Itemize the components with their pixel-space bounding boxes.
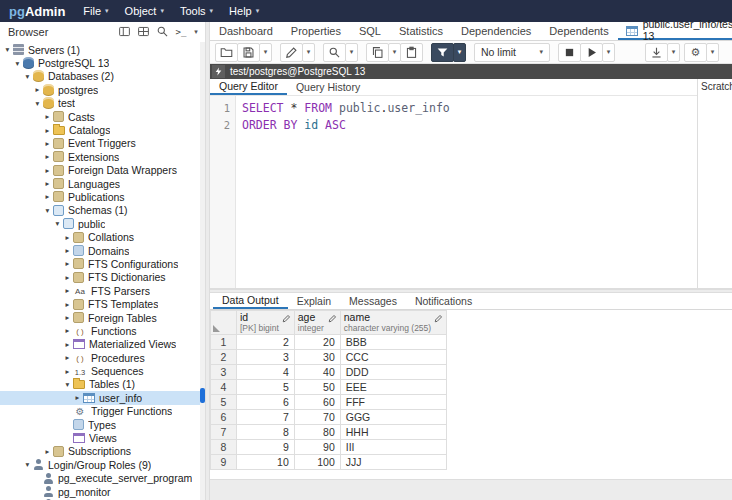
download-options-caret[interactable]: ▾: [667, 43, 680, 62]
find-button[interactable]: [323, 43, 346, 62]
tree-item-foreign-data-wrappers[interactable]: ▸Foreign Data Wrappers: [0, 164, 205, 177]
filter-button[interactable]: [431, 43, 454, 62]
tree-item-casts[interactable]: ▸Casts: [0, 110, 205, 123]
cancel-query-button[interactable]: [558, 43, 581, 62]
paste-button[interactable]: [400, 43, 423, 62]
row-number[interactable]: 3: [211, 365, 237, 380]
tree-item-user-info[interactable]: ▸user_info: [0, 391, 205, 404]
row-limit-select[interactable]: No limit ▾: [474, 43, 550, 62]
tree-item-materialized-views[interactable]: ▸Materialized Views: [0, 338, 205, 351]
cell[interactable]: 5: [237, 380, 295, 395]
expand-arrow-icon[interactable]: ▸: [62, 313, 73, 322]
macros-options-caret[interactable]: ▾: [706, 43, 719, 62]
collapse-arrow-icon[interactable]: ▾: [12, 59, 23, 68]
cell[interactable]: 6: [237, 395, 295, 410]
row-number[interactable]: 9: [211, 455, 237, 470]
macros-button[interactable]: ⚙: [684, 43, 707, 62]
tree-item-event-triggers[interactable]: ▸Event Triggers: [0, 137, 205, 150]
tree-item-views[interactable]: Views: [0, 431, 205, 444]
expand-arrow-icon[interactable]: ▸: [62, 246, 73, 255]
collapse-arrow-icon[interactable]: ▾: [22, 72, 33, 81]
tree-item-schemas-1[interactable]: ▾Schemas (1): [0, 204, 205, 217]
cell[interactable]: 60: [294, 395, 340, 410]
cell[interactable]: 3: [237, 350, 295, 365]
tab-dependencies[interactable]: Dependencies: [452, 22, 540, 40]
tab-sql[interactable]: SQL: [350, 22, 390, 40]
tree-item-foreign-tables[interactable]: ▸Foreign Tables: [0, 311, 205, 324]
column-header-name[interactable]: namecharacter varying (255): [340, 311, 446, 335]
row-number[interactable]: 7: [211, 425, 237, 440]
cell[interactable]: 40: [294, 365, 340, 380]
tab-query-history[interactable]: Query History: [287, 79, 369, 95]
download-button[interactable]: [645, 43, 668, 62]
select-all-corner[interactable]: [211, 311, 237, 335]
collapse-arrow-icon[interactable]: ▾: [62, 380, 73, 389]
expand-arrow-icon[interactable]: ▸: [42, 152, 53, 161]
expand-arrow-icon[interactable]: ▸: [42, 139, 53, 148]
code-lines[interactable]: SELECT * FROM public.user_infoORDER BY i…: [236, 96, 697, 288]
cell[interactable]: 30: [294, 350, 340, 365]
tree-item-functions[interactable]: ▸Functions: [0, 324, 205, 337]
column-header-age[interactable]: ageinteger: [294, 311, 340, 335]
cell[interactable]: 70: [294, 410, 340, 425]
expand-arrow-icon[interactable]: ▸: [42, 179, 53, 188]
execute-options-caret[interactable]: ▾: [602, 43, 615, 62]
tree-item-pg-monitor[interactable]: pg_monitor: [0, 485, 205, 498]
expand-arrow-icon[interactable]: ▸: [42, 112, 53, 121]
search-objects-icon[interactable]: [153, 24, 171, 40]
tree-item-fts-templates[interactable]: ▸FTS Templates: [0, 297, 205, 310]
tree-item-servers-1[interactable]: ▾Servers (1): [0, 43, 205, 56]
collapse-arrow-icon[interactable]: ▾: [32, 99, 43, 108]
tree-view-icon[interactable]: [115, 24, 133, 40]
sql-editor[interactable]: 12 SELECT * FROM public.user_infoORDER B…: [210, 96, 697, 288]
save-button[interactable]: [237, 43, 260, 62]
tree-item-test[interactable]: ▾test: [0, 97, 205, 110]
tab-notifications[interactable]: Notifications: [406, 293, 481, 309]
execute-button[interactable]: [580, 43, 603, 62]
tree-item-postgres[interactable]: ▸postgres: [0, 83, 205, 96]
row-number[interactable]: 5: [211, 395, 237, 410]
cell[interactable]: JJJ: [340, 455, 446, 470]
cell[interactable]: CCC: [340, 350, 446, 365]
tree-item-catalogs[interactable]: ▸Catalogs: [0, 123, 205, 136]
tab-query-editor[interactable]: Query Editor: [210, 79, 287, 95]
tree-item-databases-2[interactable]: ▾Databases (2): [0, 70, 205, 83]
edit-options-caret[interactable]: ▾: [302, 43, 315, 62]
tab-messages[interactable]: Messages: [340, 293, 406, 309]
cell[interactable]: 10: [237, 455, 295, 470]
collapse-arrow-icon[interactable]: ▾: [42, 206, 53, 215]
tree-item-fts-configurations[interactable]: ▸FTS Configurations: [0, 257, 205, 270]
cell[interactable]: 100: [294, 455, 340, 470]
cell[interactable]: BBB: [340, 335, 446, 350]
cell[interactable]: III: [340, 440, 446, 455]
browser-menu-caret[interactable]: ▾: [191, 24, 201, 40]
cell[interactable]: 20: [294, 335, 340, 350]
tab-data-output[interactable]: Data Output: [213, 293, 288, 309]
collapse-arrow-icon[interactable]: ▾: [2, 45, 13, 54]
edit-button[interactable]: [280, 43, 303, 62]
edit-column-icon[interactable]: [282, 313, 291, 325]
row-number[interactable]: 6: [211, 410, 237, 425]
tree-item-postgresql-13[interactable]: ▾PostgreSQL 13: [0, 56, 205, 69]
tree-item-collations[interactable]: ▸Collations: [0, 230, 205, 243]
row-number[interactable]: 8: [211, 440, 237, 455]
tree-item-tables-1[interactable]: ▾Tables (1): [0, 378, 205, 391]
copy-button[interactable]: [366, 43, 389, 62]
expand-arrow-icon[interactable]: ▸: [62, 259, 73, 268]
tree-item-fts-parsers[interactable]: ▸FTS Parsers: [0, 284, 205, 297]
tree-item-public[interactable]: ▾public: [0, 217, 205, 230]
tree-item-extensions[interactable]: ▸Extensions: [0, 150, 205, 163]
tree-item-sequences[interactable]: ▸Sequences: [0, 364, 205, 377]
output-scrollbar-area[interactable]: [210, 479, 732, 500]
tree-item-fts-dictionaries[interactable]: ▸FTS Dictionaries: [0, 271, 205, 284]
dashboard-grid-icon[interactable]: [134, 24, 152, 40]
cell[interactable]: 50: [294, 380, 340, 395]
cell[interactable]: 8: [237, 425, 295, 440]
tab-explain[interactable]: Explain: [288, 293, 340, 309]
menu-file[interactable]: File▾: [83, 5, 108, 17]
expand-arrow-icon[interactable]: ▸: [62, 233, 73, 242]
cell[interactable]: FFF: [340, 395, 446, 410]
tree-item-types[interactable]: Types: [0, 418, 205, 431]
tab-dependents[interactable]: Dependents: [540, 22, 617, 40]
expand-arrow-icon[interactable]: ▸: [62, 367, 73, 376]
